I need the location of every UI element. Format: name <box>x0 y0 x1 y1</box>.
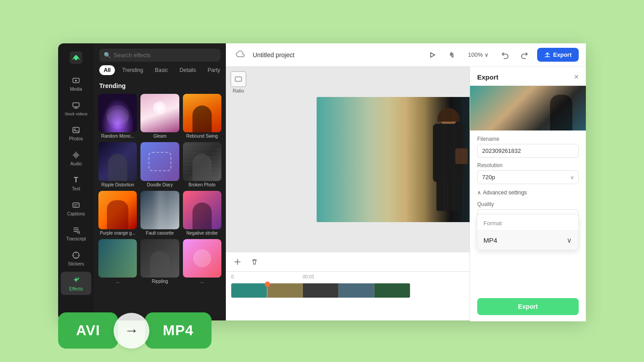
editor-area: Untitled project 100% ∨ <box>226 43 586 320</box>
effect-item-b3[interactable]: ... <box>183 239 221 284</box>
effect-item-rippling[interactable]: Rippling <box>140 239 179 284</box>
effect-item-random[interactable]: Random Mono... <box>98 94 137 139</box>
undo-icon <box>501 51 509 59</box>
effect-item-negative[interactable]: Negative strobe <box>183 191 221 236</box>
format-option-label: MP4 <box>483 236 497 244</box>
effect-item-purple[interactable]: Purple orange g... <box>98 191 137 236</box>
zoom-control[interactable]: 100% ∨ <box>465 50 492 60</box>
redo-button[interactable] <box>517 48 532 62</box>
app-logo[interactable] <box>67 49 85 67</box>
effects-grid: Random Mono... Gleam Rebound Swing <box>98 94 221 284</box>
cloud-save-button[interactable] <box>233 48 247 62</box>
sidebar: Media Stock videos Photos <box>58 43 94 320</box>
advanced-settings-toggle[interactable]: ∧ Advanced settings <box>477 189 579 197</box>
format-dropdown-header: Format <box>477 215 578 231</box>
text-icon: T <box>71 175 81 185</box>
effect-thumb-b3 <box>183 239 221 278</box>
track-seg-5 <box>374 283 410 298</box>
advanced-chevron-icon: ∧ <box>477 189 481 196</box>
play-icon <box>428 51 436 59</box>
effect-thumb-negative <box>183 191 221 229</box>
filter-tab-party[interactable]: Party <box>203 65 225 75</box>
split-button[interactable] <box>231 256 244 268</box>
sidebar-item-stickers[interactable]: Stickers <box>61 247 91 270</box>
effect-item-rebound[interactable]: Rebound Swing <box>183 94 221 139</box>
effect-label-purple: Purple orange g... <box>98 231 137 236</box>
search-input[interactable] <box>114 52 216 59</box>
export-action-button[interactable]: Export <box>477 298 579 315</box>
export-icon <box>544 52 551 58</box>
ratio-icon <box>234 75 243 84</box>
woman-figure <box>428 108 469 211</box>
filter-tab-all[interactable]: All <box>99 65 115 75</box>
sidebar-item-text[interactable]: T Text <box>61 172 91 195</box>
track-seg-1 <box>231 283 267 298</box>
effect-item-fault[interactable]: Fault cassette <box>140 191 179 236</box>
export-panel-title: Export <box>477 73 499 81</box>
effect-item-b1[interactable]: ... <box>98 239 137 284</box>
filter-tab-trending[interactable]: Trending <box>118 65 148 75</box>
sidebar-item-photos[interactable]: Photos <box>61 122 91 145</box>
effect-label-fault: Fault cassette <box>140 231 179 236</box>
effect-thumb-ripple <box>98 142 137 181</box>
search-input-wrap[interactable]: 🔍 <box>99 49 220 62</box>
redo-icon <box>521 51 529 59</box>
play-tool-button[interactable] <box>425 48 440 62</box>
effect-thumb-random <box>98 94 137 132</box>
video-preview <box>317 97 496 222</box>
effect-item-ripple[interactable]: Ripple Distortion <box>98 142 137 187</box>
filter-tab-basic[interactable]: Basic <box>150 65 172 75</box>
photos-icon <box>71 125 81 135</box>
sidebar-item-effects[interactable]: Effects <box>61 272 91 295</box>
trending-section-title: Trending <box>98 79 221 94</box>
project-title: Untitled project <box>253 51 294 59</box>
quality-label: Quality <box>477 201 579 207</box>
effect-thumb-doodle <box>140 142 179 181</box>
effect-thumb-b1 <box>98 239 137 278</box>
sidebar-item-transcript[interactable]: Transcript <box>61 222 91 245</box>
video-content <box>317 97 496 222</box>
export-close-button[interactable]: × <box>574 73 579 81</box>
effect-thumb-rebound <box>183 94 221 132</box>
playhead <box>267 283 268 298</box>
svg-rect-2 <box>73 103 79 107</box>
export-button[interactable]: Export <box>537 48 579 62</box>
video-track[interactable] <box>231 283 410 298</box>
effect-label-rippling: Rippling <box>140 279 179 284</box>
filename-label: Filename <box>477 136 579 142</box>
sidebar-item-audio[interactable]: Audio <box>61 147 91 170</box>
export-preview-woman <box>550 95 572 130</box>
sidebar-item-stock[interactable]: Stock videos <box>61 97 91 120</box>
format-option-mp4[interactable]: MP4 ∨ <box>477 231 578 250</box>
ratio-tool[interactable]: Ratio <box>230 71 246 93</box>
sidebar-item-captions[interactable]: Captions <box>61 197 91 220</box>
effect-thumb-broken <box>183 142 221 181</box>
undo-button[interactable] <box>498 48 512 62</box>
top-bar: Untitled project 100% ∨ <box>226 43 586 67</box>
delete-button[interactable] <box>248 256 261 268</box>
media-icon <box>71 76 81 85</box>
effect-item-doodle[interactable]: Doodle Diary <box>140 142 179 187</box>
effect-label-gleam: Gleam <box>140 134 179 139</box>
resolution-field-group: Resolution 720p 1080p 4K ∨ <box>477 162 579 184</box>
effect-label-random: Random Mono... <box>98 134 137 139</box>
resolution-select[interactable]: 720p 1080p 4K <box>477 170 579 184</box>
effect-item-gleam[interactable]: Gleam <box>140 94 179 139</box>
effect-item-broken[interactable]: Broken Photo <box>183 142 221 187</box>
hand-tool-button[interactable] <box>445 48 459 62</box>
filter-tab-details[interactable]: Details <box>175 65 201 75</box>
split-icon <box>234 258 241 265</box>
resolution-label: Resolution <box>477 162 579 168</box>
delete-icon <box>251 259 258 265</box>
hand-icon <box>448 51 456 59</box>
captions-icon <box>71 200 81 210</box>
filename-input[interactable] <box>477 144 579 158</box>
ratio-label: Ratio <box>233 88 244 93</box>
sidebar-item-media[interactable]: Media <box>61 72 91 95</box>
transcript-icon <box>71 225 81 235</box>
export-preview-thumb <box>470 86 586 130</box>
effect-label-b3: ... <box>183 279 221 284</box>
search-icon: 🔍 <box>104 52 111 59</box>
filename-field-group: Filename <box>477 136 579 158</box>
filter-tabs: All Trending Basic Details Party ∨ <box>94 65 226 79</box>
